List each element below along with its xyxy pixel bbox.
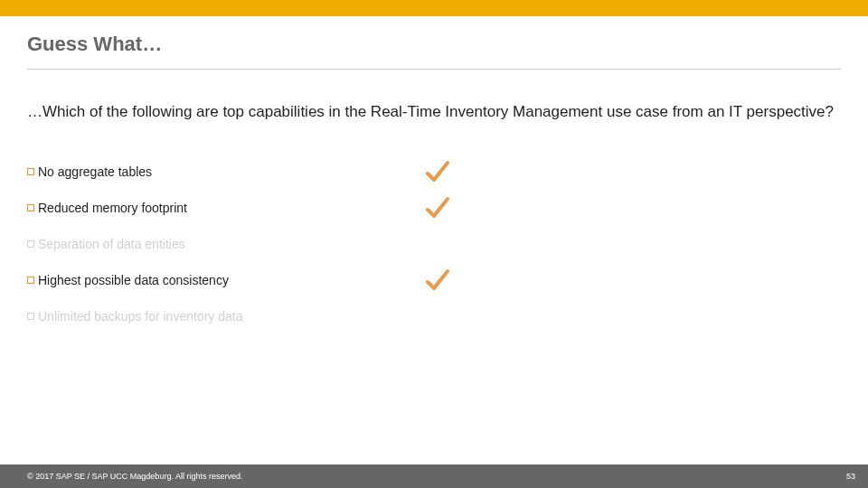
page-number: 53 [846,472,855,481]
bullet-icon [27,204,34,211]
check-column [425,160,479,183]
options-list: No aggregate tables Reduced memory footp… [27,154,841,334]
question-text: …Which of the following are top capabili… [27,102,841,123]
checkmark-icon [425,160,450,183]
option-left: Separation of data entities [27,237,425,251]
option-label: Reduced memory footprint [38,201,187,215]
bullet-icon [27,277,34,284]
option-row: Separation of data entities [27,226,841,262]
bullet-icon [27,240,34,248]
option-left: Highest possible data consistency [27,273,425,287]
bullet-icon [27,313,34,320]
slide-title: Guess What… [27,33,841,56]
copyright-text: © 2017 SAP SE / SAP UCC Magdeburg. All r… [27,472,242,481]
slide-content: Guess What… …Which of the following are … [0,16,868,334]
checkmark-icon [425,196,450,220]
option-left: Unlimited backups for inventory data [27,309,425,324]
option-row: No aggregate tables [27,154,841,190]
option-row: Reduced memory footprint [27,190,841,226]
title-divider [27,69,841,70]
option-label: Separation of data entities [38,237,185,251]
accent-bar [0,0,868,16]
option-label: Unlimited backups for inventory data [38,309,242,324]
option-left: No aggregate tables [27,164,425,179]
option-row: Highest possible data consistency [27,262,841,298]
check-column [425,196,479,220]
option-left: Reduced memory footprint [27,201,425,215]
checkmark-icon [425,268,450,292]
option-row: Unlimited backups for inventory data [27,298,841,334]
check-column [425,268,479,292]
bullet-icon [27,168,34,175]
option-label: No aggregate tables [38,164,152,179]
footer: © 2017 SAP SE / SAP UCC Magdeburg. All r… [0,465,868,488]
option-label: Highest possible data consistency [38,273,229,287]
